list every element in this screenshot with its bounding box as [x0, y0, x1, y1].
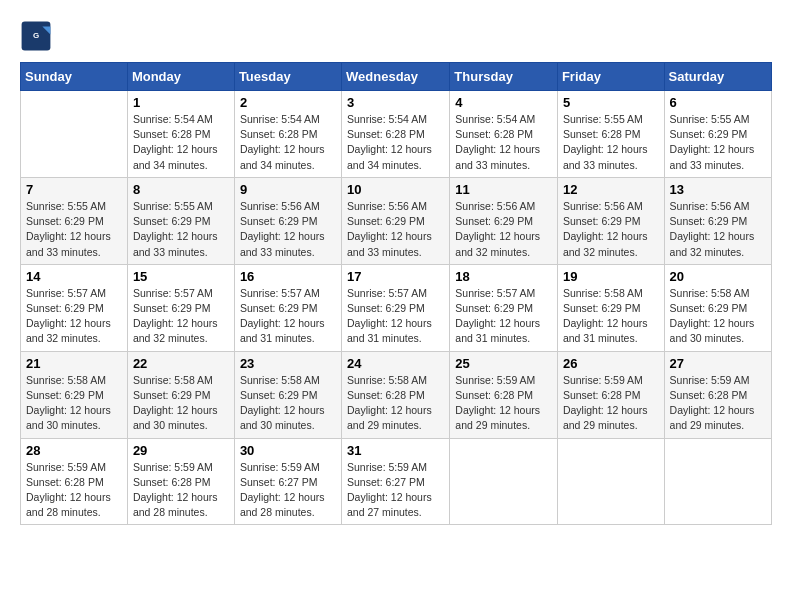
day-number: 30: [240, 443, 336, 458]
day-info: Sunrise: 5:55 AM Sunset: 6:28 PM Dayligh…: [563, 112, 659, 173]
day-info: Sunrise: 5:59 AM Sunset: 6:27 PM Dayligh…: [240, 460, 336, 521]
day-number: 29: [133, 443, 229, 458]
day-info: Sunrise: 5:56 AM Sunset: 6:29 PM Dayligh…: [455, 199, 552, 260]
calendar-week-3: 14Sunrise: 5:57 AM Sunset: 6:29 PM Dayli…: [21, 264, 772, 351]
calendar-cell: 22Sunrise: 5:58 AM Sunset: 6:29 PM Dayli…: [127, 351, 234, 438]
calendar-cell: 8Sunrise: 5:55 AM Sunset: 6:29 PM Daylig…: [127, 177, 234, 264]
calendar-cell: 30Sunrise: 5:59 AM Sunset: 6:27 PM Dayli…: [234, 438, 341, 525]
calendar-cell: 17Sunrise: 5:57 AM Sunset: 6:29 PM Dayli…: [342, 264, 450, 351]
calendar-cell: 25Sunrise: 5:59 AM Sunset: 6:28 PM Dayli…: [450, 351, 558, 438]
calendar-cell: 16Sunrise: 5:57 AM Sunset: 6:29 PM Dayli…: [234, 264, 341, 351]
day-info: Sunrise: 5:58 AM Sunset: 6:29 PM Dayligh…: [240, 373, 336, 434]
day-number: 3: [347, 95, 444, 110]
day-header-tuesday: Tuesday: [234, 63, 341, 91]
day-number: 13: [670, 182, 766, 197]
day-info: Sunrise: 5:54 AM Sunset: 6:28 PM Dayligh…: [455, 112, 552, 173]
calendar-cell: 14Sunrise: 5:57 AM Sunset: 6:29 PM Dayli…: [21, 264, 128, 351]
calendar-cell: 18Sunrise: 5:57 AM Sunset: 6:29 PM Dayli…: [450, 264, 558, 351]
logo: G: [20, 20, 56, 52]
day-number: 4: [455, 95, 552, 110]
calendar-cell: 9Sunrise: 5:56 AM Sunset: 6:29 PM Daylig…: [234, 177, 341, 264]
day-number: 12: [563, 182, 659, 197]
calendar-week-1: 1Sunrise: 5:54 AM Sunset: 6:28 PM Daylig…: [21, 91, 772, 178]
day-number: 2: [240, 95, 336, 110]
calendar-cell: 31Sunrise: 5:59 AM Sunset: 6:27 PM Dayli…: [342, 438, 450, 525]
page-header: G: [20, 20, 772, 52]
day-number: 27: [670, 356, 766, 371]
day-header-thursday: Thursday: [450, 63, 558, 91]
day-number: 7: [26, 182, 122, 197]
day-header-monday: Monday: [127, 63, 234, 91]
logo-icon: G: [20, 20, 52, 52]
day-number: 1: [133, 95, 229, 110]
calendar-cell: 26Sunrise: 5:59 AM Sunset: 6:28 PM Dayli…: [557, 351, 664, 438]
calendar-cell: [450, 438, 558, 525]
calendar-cell: 3Sunrise: 5:54 AM Sunset: 6:28 PM Daylig…: [342, 91, 450, 178]
day-info: Sunrise: 5:57 AM Sunset: 6:29 PM Dayligh…: [347, 286, 444, 347]
calendar-cell: 2Sunrise: 5:54 AM Sunset: 6:28 PM Daylig…: [234, 91, 341, 178]
day-info: Sunrise: 5:54 AM Sunset: 6:28 PM Dayligh…: [133, 112, 229, 173]
day-header-saturday: Saturday: [664, 63, 771, 91]
calendar-cell: 29Sunrise: 5:59 AM Sunset: 6:28 PM Dayli…: [127, 438, 234, 525]
calendar-cell: 19Sunrise: 5:58 AM Sunset: 6:29 PM Dayli…: [557, 264, 664, 351]
day-header-friday: Friday: [557, 63, 664, 91]
calendar-week-2: 7Sunrise: 5:55 AM Sunset: 6:29 PM Daylig…: [21, 177, 772, 264]
day-info: Sunrise: 5:55 AM Sunset: 6:29 PM Dayligh…: [670, 112, 766, 173]
day-info: Sunrise: 5:57 AM Sunset: 6:29 PM Dayligh…: [26, 286, 122, 347]
day-info: Sunrise: 5:58 AM Sunset: 6:28 PM Dayligh…: [347, 373, 444, 434]
day-info: Sunrise: 5:56 AM Sunset: 6:29 PM Dayligh…: [347, 199, 444, 260]
day-number: 10: [347, 182, 444, 197]
day-number: 22: [133, 356, 229, 371]
day-info: Sunrise: 5:58 AM Sunset: 6:29 PM Dayligh…: [563, 286, 659, 347]
calendar-cell: 1Sunrise: 5:54 AM Sunset: 6:28 PM Daylig…: [127, 91, 234, 178]
day-header-sunday: Sunday: [21, 63, 128, 91]
calendar-cell: 23Sunrise: 5:58 AM Sunset: 6:29 PM Dayli…: [234, 351, 341, 438]
calendar-cell: 15Sunrise: 5:57 AM Sunset: 6:29 PM Dayli…: [127, 264, 234, 351]
calendar-cell: [21, 91, 128, 178]
day-info: Sunrise: 5:59 AM Sunset: 6:28 PM Dayligh…: [26, 460, 122, 521]
day-number: 21: [26, 356, 122, 371]
calendar-cell: 7Sunrise: 5:55 AM Sunset: 6:29 PM Daylig…: [21, 177, 128, 264]
day-info: Sunrise: 5:54 AM Sunset: 6:28 PM Dayligh…: [347, 112, 444, 173]
day-number: 16: [240, 269, 336, 284]
day-info: Sunrise: 5:58 AM Sunset: 6:29 PM Dayligh…: [670, 286, 766, 347]
day-number: 9: [240, 182, 336, 197]
day-header-wednesday: Wednesday: [342, 63, 450, 91]
calendar-cell: 6Sunrise: 5:55 AM Sunset: 6:29 PM Daylig…: [664, 91, 771, 178]
calendar-table: SundayMondayTuesdayWednesdayThursdayFrid…: [20, 62, 772, 525]
calendar-cell: 5Sunrise: 5:55 AM Sunset: 6:28 PM Daylig…: [557, 91, 664, 178]
day-info: Sunrise: 5:56 AM Sunset: 6:29 PM Dayligh…: [563, 199, 659, 260]
calendar-cell: 27Sunrise: 5:59 AM Sunset: 6:28 PM Dayli…: [664, 351, 771, 438]
day-number: 28: [26, 443, 122, 458]
calendar-cell: 28Sunrise: 5:59 AM Sunset: 6:28 PM Dayli…: [21, 438, 128, 525]
calendar-cell: 10Sunrise: 5:56 AM Sunset: 6:29 PM Dayli…: [342, 177, 450, 264]
day-info: Sunrise: 5:55 AM Sunset: 6:29 PM Dayligh…: [26, 199, 122, 260]
day-number: 14: [26, 269, 122, 284]
day-info: Sunrise: 5:54 AM Sunset: 6:28 PM Dayligh…: [240, 112, 336, 173]
calendar-header-row: SundayMondayTuesdayWednesdayThursdayFrid…: [21, 63, 772, 91]
day-number: 17: [347, 269, 444, 284]
svg-text:G: G: [33, 31, 39, 40]
day-number: 31: [347, 443, 444, 458]
day-number: 20: [670, 269, 766, 284]
day-info: Sunrise: 5:58 AM Sunset: 6:29 PM Dayligh…: [133, 373, 229, 434]
day-number: 6: [670, 95, 766, 110]
day-number: 11: [455, 182, 552, 197]
calendar-cell: 4Sunrise: 5:54 AM Sunset: 6:28 PM Daylig…: [450, 91, 558, 178]
calendar-week-4: 21Sunrise: 5:58 AM Sunset: 6:29 PM Dayli…: [21, 351, 772, 438]
day-number: 18: [455, 269, 552, 284]
day-info: Sunrise: 5:59 AM Sunset: 6:28 PM Dayligh…: [670, 373, 766, 434]
day-number: 5: [563, 95, 659, 110]
day-info: Sunrise: 5:59 AM Sunset: 6:28 PM Dayligh…: [563, 373, 659, 434]
day-info: Sunrise: 5:59 AM Sunset: 6:28 PM Dayligh…: [133, 460, 229, 521]
day-number: 24: [347, 356, 444, 371]
calendar-cell: 11Sunrise: 5:56 AM Sunset: 6:29 PM Dayli…: [450, 177, 558, 264]
day-info: Sunrise: 5:56 AM Sunset: 6:29 PM Dayligh…: [240, 199, 336, 260]
day-info: Sunrise: 5:57 AM Sunset: 6:29 PM Dayligh…: [240, 286, 336, 347]
day-info: Sunrise: 5:55 AM Sunset: 6:29 PM Dayligh…: [133, 199, 229, 260]
calendar-cell: 21Sunrise: 5:58 AM Sunset: 6:29 PM Dayli…: [21, 351, 128, 438]
calendar-cell: [557, 438, 664, 525]
calendar-cell: 20Sunrise: 5:58 AM Sunset: 6:29 PM Dayli…: [664, 264, 771, 351]
calendar-cell: 24Sunrise: 5:58 AM Sunset: 6:28 PM Dayli…: [342, 351, 450, 438]
day-info: Sunrise: 5:58 AM Sunset: 6:29 PM Dayligh…: [26, 373, 122, 434]
